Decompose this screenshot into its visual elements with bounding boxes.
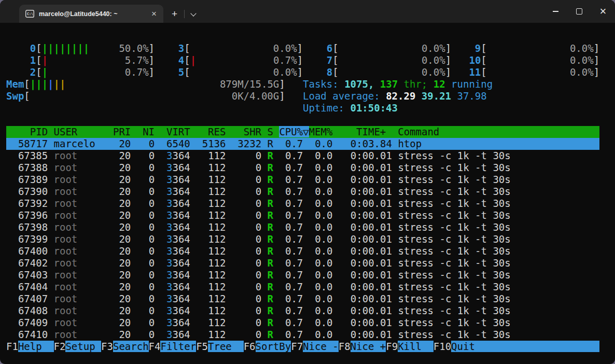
swap-meter: Swp[ 0K/4.00G] <box>6 90 285 102</box>
tasks-summary: Tasks: 1075, 137 thr; 12 running <box>303 78 493 90</box>
tab-title: marcelo@Latitude5440: ~ <box>39 10 149 18</box>
column-header-command[interactable]: Command <box>398 126 439 137</box>
cpu-meter-6: 6[ 0.0%] <box>303 43 451 54</box>
column-header-state[interactable]: S <box>267 126 273 137</box>
column-header-ni[interactable]: NI <box>137 126 155 137</box>
cpu-meter-3: 3[ 0.0%] <box>155 43 303 54</box>
terminal-window: C:\ marcelo@Latitude5440: ~ × + × 0[||||… <box>0 0 615 364</box>
column-header-pri[interactable]: PRI <box>113 126 131 137</box>
minimize-button[interactable] <box>543 0 567 23</box>
process-row[interactable]: 67388 root 20 0 3364 112 0 R 0.7 0.0 0:0… <box>6 162 615 174</box>
process-row[interactable]: 67385 root 20 0 3364 112 0 R 0.7 0.0 0:0… <box>6 150 615 162</box>
fkey-f6[interactable]: F6SortBy <box>244 341 291 352</box>
process-row-selected[interactable]: 58717 marcelo 20 0 6540 5136 3232 R 0.7 … <box>6 138 615 150</box>
fkey-action-f2: Setup <box>65 341 101 352</box>
fkey-f2[interactable]: F2Setup <box>54 341 102 352</box>
process-row[interactable]: 67410 root 20 0 3364 112 0 R 0.7 0.0 0:0… <box>6 329 615 341</box>
cpu-meter-7: 7[ 0.0%] <box>303 54 451 66</box>
fkey-f5[interactable]: F5Tree <box>196 341 244 352</box>
window-controls: × <box>543 0 615 23</box>
command-prompt-icon: C:\ <box>25 10 34 18</box>
process-row-content: 67403 root 20 0 3364 112 0 R 0.7 0.0 0:0… <box>6 269 599 281</box>
process-row-content: 58717 marcelo 20 0 6540 5136 3232 R 0.7 … <box>6 138 599 150</box>
column-header-cpu[interactable]: CPU%▽ <box>279 126 309 137</box>
close-icon: × <box>600 7 607 16</box>
column-header-time[interactable]: TIME+ <box>339 126 392 137</box>
cpu-meter-row: 0[|||||||| 50.0%] 3[ 0.0%] 6[ 0.0%] 9[ 0… <box>6 43 615 54</box>
fkey-label-f2: F2 <box>54 341 66 352</box>
fkey-action-f1: Help <box>18 341 54 352</box>
column-header-res[interactable]: RES <box>196 126 226 137</box>
process-row-content: 67407 root 20 0 3364 112 0 R 0.7 0.0 0:0… <box>6 293 599 305</box>
cpu-meter-0: 0[|||||||| 50.0%] <box>6 43 155 54</box>
fkey-action-f10: Quit <box>451 341 599 352</box>
process-row[interactable]: 67389 root 20 0 3364 112 0 R 0.7 0.0 0:0… <box>6 174 615 186</box>
process-row[interactable]: 67400 root 20 0 3364 112 0 R 0.7 0.0 0:0… <box>6 245 615 257</box>
function-key-bar: F1Help F2Setup F3SearchF4FilterF5Tree F6… <box>6 341 615 353</box>
fkey-f10[interactable]: F10Quit <box>434 341 599 352</box>
table-header: PID USER PRI NI VIRT RES SHR S CPU%▽MEM%… <box>6 126 599 138</box>
process-row-content: 67410 root 20 0 3364 112 0 R 0.7 0.0 0:0… <box>6 329 599 341</box>
column-header-shr[interactable]: SHR <box>232 126 261 137</box>
fkey-label-f6: F6 <box>244 341 256 352</box>
process-row[interactable]: 67404 root 20 0 3364 112 0 R 0.7 0.0 0:0… <box>6 281 615 293</box>
fkey-f1[interactable]: F1Help <box>6 341 54 352</box>
column-header-virt[interactable]: VIRT <box>161 126 190 137</box>
fkey-label-f4: F4 <box>149 341 161 352</box>
cpu-meter-8: 8[ 0.0%] <box>303 66 451 78</box>
tab-close-icon[interactable]: × <box>149 9 159 18</box>
fkey-f3[interactable]: F3Search <box>101 341 149 352</box>
process-row[interactable]: 67407 root 20 0 3364 112 0 R 0.7 0.0 0:0… <box>6 293 615 305</box>
cpu-meter-11: 11[ 0.0%] <box>451 66 599 78</box>
svg-text:C:\: C:\ <box>27 12 33 16</box>
new-tab-button[interactable]: + <box>163 9 184 19</box>
tab-dropdown-button[interactable] <box>185 12 203 16</box>
chevron-down-icon <box>190 10 196 16</box>
uptime-row: Uptime: 01:50:43 <box>6 102 615 114</box>
mem-meter: Mem[|||||| 879M/15.5G] <box>6 78 285 90</box>
process-row-content: 67398 root 20 0 3364 112 0 R 0.7 0.0 0:0… <box>6 221 599 233</box>
mem-tasks-row: Mem[|||||| 879M/15.5G] Tasks: 1075, 137 … <box>6 78 615 90</box>
table-header-row: PID USER PRI NI VIRT RES SHR S CPU%▽MEM%… <box>6 126 615 138</box>
fkey-f8[interactable]: F8Nice + <box>339 341 386 352</box>
process-row[interactable]: 67403 root 20 0 3364 112 0 R 0.7 0.0 0:0… <box>6 269 615 281</box>
process-row-content: 67399 root 20 0 3364 112 0 R 0.7 0.0 0:0… <box>6 233 599 245</box>
load-average-summary: Load average: 82.29 39.21 37.98 <box>303 90 487 102</box>
process-row[interactable]: 67392 root 20 0 3364 112 0 R 0.7 0.0 0:0… <box>6 198 615 209</box>
process-row[interactable]: 67399 root 20 0 3364 112 0 R 0.7 0.0 0:0… <box>6 233 615 245</box>
cpu-meter-1: 1[| 5.7%] <box>6 54 155 66</box>
process-row-content: 67396 root 20 0 3364 112 0 R 0.7 0.0 0:0… <box>6 209 599 221</box>
maximize-button[interactable] <box>567 0 591 23</box>
fkey-action-f7: Nice - <box>303 341 339 352</box>
fkey-label-f5: F5 <box>196 341 208 352</box>
process-row-content: 67385 root 20 0 3364 112 0 R 0.7 0.0 0:0… <box>6 150 599 162</box>
column-header-pid[interactable]: PID <box>6 126 48 137</box>
fkey-label-f8: F8 <box>339 341 351 352</box>
cpu-meter-9: 9[ 0.0%] <box>451 43 599 54</box>
column-header-mem[interactable]: MEM% <box>309 126 333 137</box>
column-header-user[interactable]: USER <box>54 126 107 137</box>
fkey-action-f3: Search <box>113 341 149 352</box>
process-row-content: 67404 root 20 0 3364 112 0 R 0.7 0.0 0:0… <box>6 281 599 293</box>
fkey-action-f5: Tree <box>208 341 244 352</box>
fkey-f4[interactable]: F4Filter <box>149 341 197 352</box>
process-row[interactable]: 67390 root 20 0 3364 112 0 R 0.7 0.0 0:0… <box>6 186 615 198</box>
terminal-tab[interactable]: C:\ marcelo@Latitude5440: ~ × <box>19 5 163 23</box>
cpu-meter-row: 1[| 5.7%] 4[| 0.7%] 7[ 0.0%] 10[ 0.0%] <box>6 54 615 66</box>
process-row[interactable]: 67402 root 20 0 3364 112 0 R 0.7 0.0 0:0… <box>6 257 615 269</box>
process-row-content: 67392 root 20 0 3364 112 0 R 0.7 0.0 0:0… <box>6 198 599 209</box>
fkey-f9[interactable]: F9Kill <box>386 341 434 352</box>
cpu-meter-2: 2[| 0.7%] <box>6 66 155 78</box>
fkey-label-f1: F1 <box>6 341 18 352</box>
process-row-content: 67389 root 20 0 3364 112 0 R 0.7 0.0 0:0… <box>6 174 599 186</box>
process-row[interactable]: 67408 root 20 0 3364 112 0 R 0.7 0.0 0:0… <box>6 305 615 317</box>
process-row[interactable]: 67409 root 20 0 3364 112 0 R 0.7 0.0 0:0… <box>6 317 615 329</box>
process-row-content: 67408 root 20 0 3364 112 0 R 0.7 0.0 0:0… <box>6 305 599 317</box>
process-row[interactable]: 67396 root 20 0 3364 112 0 R 0.7 0.0 0:0… <box>6 209 615 221</box>
fkey-action-f8: Nice + <box>351 341 386 352</box>
process-row[interactable]: 67398 root 20 0 3364 112 0 R 0.7 0.0 0:0… <box>6 221 615 233</box>
process-row-content: 67390 root 20 0 3364 112 0 R 0.7 0.0 0:0… <box>6 186 599 198</box>
fkey-action-f9: Kill <box>398 341 434 352</box>
close-button[interactable]: × <box>591 0 615 23</box>
fkey-f7[interactable]: F7Nice - <box>291 341 339 352</box>
